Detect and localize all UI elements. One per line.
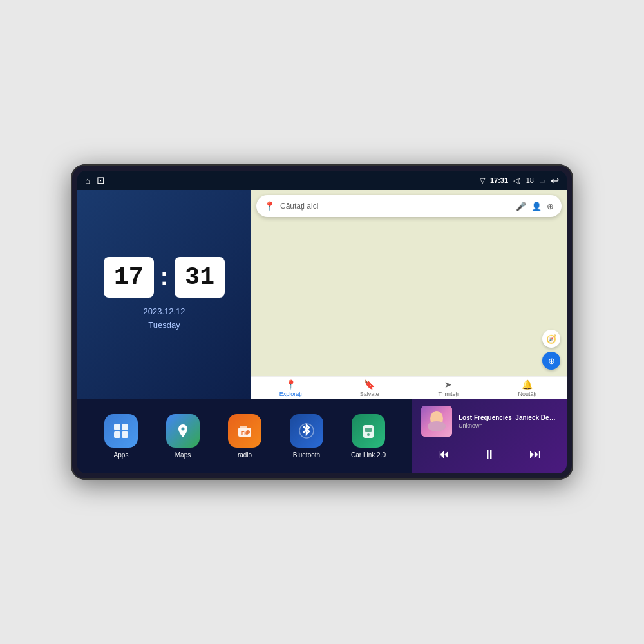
status-bar-left: ⌂ ⊡ bbox=[85, 175, 105, 186]
battery-icon: ▭ bbox=[539, 176, 545, 185]
music-controls: ⏮ ⏸ ⏭ bbox=[421, 442, 558, 467]
bottom-section: Apps Maps bbox=[77, 399, 567, 473]
day-of-week: Tuesday bbox=[143, 319, 185, 332]
clock-separator: : bbox=[160, 263, 169, 291]
clock-hours: 17 bbox=[104, 257, 154, 298]
battery-level: 18 bbox=[526, 176, 534, 184]
map-search-bar[interactable]: 📍 Căutați aici 🎤 👤 ⊕ bbox=[256, 195, 562, 217]
main-content: 17 : 31 2023.12.12 Tuesday bbox=[77, 190, 567, 473]
album-art bbox=[421, 406, 452, 437]
app-item-apps[interactable]: Apps bbox=[102, 414, 140, 459]
svg-rect-33 bbox=[240, 426, 247, 428]
top-section: 17 : 31 2023.12.12 Tuesday bbox=[77, 190, 567, 399]
svg-point-40 bbox=[428, 421, 446, 431]
maps-icon bbox=[166, 414, 200, 448]
date-display: 2023.12.12 bbox=[143, 305, 185, 319]
radio-icon: FM bbox=[228, 414, 261, 448]
radio-label: radio bbox=[238, 451, 252, 459]
map-background bbox=[251, 190, 567, 376]
svg-rect-36 bbox=[365, 428, 372, 432]
explore-icon: 📍 bbox=[285, 379, 296, 390]
music-text: Lost Frequencies_Janieck Devy-... Unknow… bbox=[459, 414, 558, 429]
send-icon: ➤ bbox=[444, 379, 452, 390]
app-item-maps[interactable]: Maps bbox=[164, 414, 202, 459]
svg-rect-28 bbox=[114, 431, 120, 438]
signal-icon: ▽ bbox=[480, 176, 485, 185]
music-info-row: Lost Frequencies_Janieck Devy-... Unknow… bbox=[421, 406, 558, 437]
layers-icon[interactable]: ⊕ bbox=[547, 202, 554, 211]
map-search-icons: 🎤 👤 ⊕ bbox=[516, 202, 554, 211]
bluetooth-icon bbox=[290, 414, 323, 448]
svg-rect-27 bbox=[122, 424, 128, 430]
maps-shortcut-icon[interactable]: ⊡ bbox=[97, 175, 105, 186]
device-screen: ⌂ ⊡ ▽ 17:31 ◁) 18 ▭ ↩ 17 : bbox=[77, 171, 567, 473]
send-label: Trimiteți bbox=[438, 391, 459, 397]
clock-widget: 17 : 31 2023.12.12 Tuesday bbox=[77, 190, 251, 399]
my-location-button[interactable]: ⊕ bbox=[542, 352, 560, 370]
status-time: 17:31 bbox=[490, 176, 508, 184]
map-pin-icon: 📍 bbox=[264, 201, 275, 211]
app-item-bluetooth[interactable]: Bluetooth bbox=[287, 414, 326, 459]
date-info: 2023.12.12 Tuesday bbox=[143, 305, 185, 332]
map-nav-saved[interactable]: 🔖 Salvate bbox=[330, 379, 410, 397]
map-search-text[interactable]: Căutați aici bbox=[280, 202, 511, 211]
map-nav-news[interactable]: 🔔 Noutăți bbox=[488, 379, 567, 397]
back-icon[interactable]: ↩ bbox=[551, 175, 559, 187]
map-nav-send[interactable]: ➤ Trimiteți bbox=[409, 379, 488, 397]
saved-icon: 🔖 bbox=[364, 379, 375, 390]
album-art-face bbox=[421, 406, 452, 437]
home-icon[interactable]: ⌂ bbox=[85, 176, 90, 185]
maps-label: Maps bbox=[175, 451, 191, 459]
explore-label: Explorați bbox=[279, 391, 302, 397]
next-button[interactable]: ⏭ bbox=[524, 445, 546, 464]
map-widget[interactable]: BUCUREȘTI JUDEȚUL ILFOV Parcul Natural V… bbox=[251, 190, 567, 399]
apps-icon bbox=[104, 414, 138, 448]
bluetooth-label: Bluetooth bbox=[293, 451, 320, 459]
map-nav-explore[interactable]: 📍 Explorați bbox=[251, 379, 330, 397]
music-artist: Unknown bbox=[459, 422, 558, 429]
svg-rect-26 bbox=[114, 424, 120, 430]
prev-button[interactable]: ⏮ bbox=[433, 445, 455, 464]
account-icon[interactable]: 👤 bbox=[531, 202, 542, 211]
map-area[interactable]: BUCUREȘTI JUDEȚUL ILFOV Parcul Natural V… bbox=[251, 190, 567, 376]
play-pause-button[interactable]: ⏸ bbox=[478, 444, 501, 464]
carlink-label: Car Link 2.0 bbox=[351, 451, 386, 459]
svg-point-32 bbox=[246, 430, 250, 434]
music-title: Lost Frequencies_Janieck Devy-... bbox=[459, 414, 558, 421]
svg-rect-29 bbox=[122, 431, 128, 438]
clock-minutes: 31 bbox=[175, 257, 225, 298]
app-item-carlink[interactable]: Car Link 2.0 bbox=[349, 414, 388, 459]
apps-row: Apps Maps bbox=[77, 399, 412, 473]
status-bar: ⌂ ⊡ ▽ 17:31 ◁) 18 ▭ ↩ bbox=[77, 171, 567, 190]
carlink-icon bbox=[352, 414, 385, 448]
device-frame: ⌂ ⊡ ▽ 17:31 ◁) 18 ▭ ↩ 17 : bbox=[71, 164, 573, 480]
status-bar-right: ▽ 17:31 ◁) 18 ▭ ↩ bbox=[480, 175, 559, 187]
news-label: Noutăți bbox=[518, 391, 536, 397]
compass-button[interactable]: 🧭 bbox=[542, 330, 560, 348]
svg-point-37 bbox=[367, 433, 370, 436]
app-item-radio[interactable]: FM radio bbox=[225, 414, 264, 459]
apps-label: Apps bbox=[114, 451, 129, 459]
mic-icon[interactable]: 🎤 bbox=[516, 202, 526, 211]
saved-label: Salvate bbox=[360, 391, 379, 397]
news-icon: 🔔 bbox=[522, 379, 533, 390]
map-bottom-nav: 📍 Explorați 🔖 Salvate ➤ Trimiteți 🔔 bbox=[251, 376, 567, 399]
music-player: Lost Frequencies_Janieck Devy-... Unknow… bbox=[412, 399, 567, 473]
clock-display: 17 : 31 bbox=[104, 257, 225, 298]
volume-icon: ◁) bbox=[513, 176, 521, 185]
